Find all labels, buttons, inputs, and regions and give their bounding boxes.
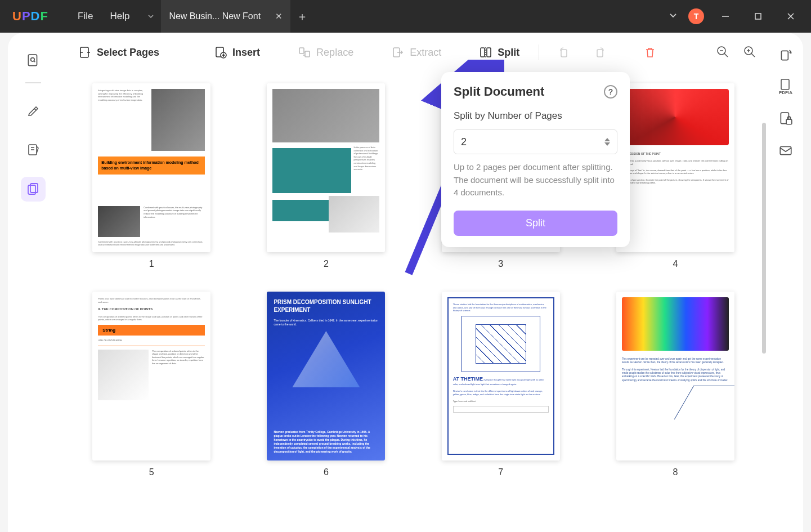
sidebar-search[interactable] [21, 48, 46, 73]
zoom-in-button[interactable] [743, 46, 757, 59]
organize-pages-icon [26, 182, 40, 196]
tab-title: New Busin... New Font [169, 11, 261, 21]
rotate-left-icon [558, 46, 571, 59]
menu-file[interactable]: File [78, 11, 93, 22]
trash-icon [644, 46, 656, 59]
rotate-page-button[interactable] [778, 47, 794, 63]
stepper-up-button[interactable] [604, 138, 610, 141]
split-button[interactable]: Split [471, 42, 528, 63]
svg-rect-29 [781, 51, 788, 60]
mail-icon [778, 143, 793, 158]
split-pages-stepper[interactable] [454, 129, 617, 154]
svg-rect-2 [28, 55, 37, 66]
sidebar-organize-pages[interactable] [21, 177, 46, 202]
insert-button[interactable]: Insert [205, 42, 269, 63]
sidebar-notes[interactable] [21, 137, 46, 162]
rotate-right-button [584, 42, 615, 63]
tab-list-dropdown[interactable] [141, 0, 161, 33]
page-thumb-6[interactable]: PRISM DECOMPOSITION SUNLIGHT EXPERIMENT … [250, 292, 402, 477]
tab-close-button[interactable]: ✕ [275, 11, 283, 21]
sidebar-highlighter[interactable] [21, 98, 46, 123]
page5-heading: II. THE COMPOSITION OF POINTS [98, 307, 205, 311]
page-thumb-5[interactable]: Points also have dominant and recessive … [75, 292, 227, 477]
svg-rect-13 [299, 48, 304, 53]
popover-title: Split Document [454, 84, 544, 99]
page7-heading: AT THETIME [453, 376, 483, 382]
minimize-icon [722, 12, 729, 20]
svg-rect-17 [487, 48, 491, 57]
select-pages-label: Select Pages [97, 47, 159, 59]
highlighter-icon [26, 104, 40, 117]
rotate-left-button [549, 42, 580, 63]
svg-line-4 [34, 61, 35, 62]
replace-label: Replace [316, 47, 353, 59]
zoom-in-icon [743, 46, 756, 58]
pdfa-icon [779, 79, 792, 90]
zoom-out-icon [716, 46, 729, 58]
pages-viewport[interactable]: Integrating multi-view image data is com… [59, 72, 768, 532]
user-avatar[interactable]: T [688, 8, 704, 24]
window-maximize-button[interactable] [747, 8, 769, 25]
svg-rect-14 [305, 51, 310, 57]
vertical-scrollbar[interactable] [762, 123, 766, 354]
page-number: 4 [673, 259, 678, 269]
stepper-down-button[interactable] [604, 142, 610, 146]
svg-line-22 [724, 53, 728, 57]
overflow-dropdown[interactable] [668, 10, 678, 23]
toolbar-separator [539, 44, 539, 60]
popover-split-button[interactable]: Split [454, 211, 617, 236]
page5-string-banner: String [98, 325, 205, 336]
svg-rect-20 [597, 50, 603, 57]
left-sidebar [8, 33, 59, 532]
page-number: 8 [673, 467, 678, 477]
mail-button[interactable] [778, 142, 794, 158]
extract-button: Extract [383, 42, 450, 63]
popover-description: Up to 2 pages per document after splitti… [454, 161, 617, 199]
document-tab[interactable]: New Busin... New Font ✕ [161, 0, 290, 33]
protect-button[interactable] [778, 111, 794, 127]
menu-help[interactable]: Help [110, 11, 129, 22]
svg-rect-30 [781, 79, 789, 90]
page-thumb-7[interactable]: These studies laid the foundation for th… [425, 292, 577, 477]
zoom-out-button[interactable] [716, 46, 730, 59]
page-number: 6 [324, 467, 329, 477]
insert-label: Insert [232, 47, 260, 59]
organize-toolbar: Select Pages Insert Replace [59, 33, 768, 72]
page-thumb-2[interactable]: In the process of data collection and ex… [250, 83, 402, 269]
insert-icon [214, 46, 227, 59]
window-close-button[interactable] [779, 8, 802, 25]
svg-rect-32 [786, 119, 792, 124]
notes-icon [26, 143, 40, 157]
maximize-icon [754, 12, 762, 20]
extract-icon [392, 46, 404, 59]
page-number: 3 [498, 259, 503, 269]
pdfa-button[interactable]: PDF/A [778, 79, 794, 95]
svg-rect-1 [755, 14, 761, 19]
titlebar: UPDF File Help New Busin... New Font ✕ ＋… [0, 0, 811, 33]
page-thumb-1[interactable]: Integrating multi-view image data is com… [75, 83, 227, 269]
search-page-icon [26, 53, 41, 68]
right-sidebar: PDF/A [768, 33, 803, 532]
lock-page-icon [778, 111, 793, 126]
page-number: 2 [324, 259, 329, 269]
chevron-down-icon [668, 10, 678, 20]
popover-help-button[interactable]: ? [604, 85, 617, 99]
select-pages-icon [79, 46, 91, 59]
pdfa-label: PDF/A [779, 90, 792, 95]
delete-button[interactable] [635, 42, 665, 63]
svg-line-25 [751, 53, 755, 57]
rotate-icon [778, 48, 793, 62]
new-tab-button[interactable]: ＋ [290, 0, 314, 33]
split-pages-input[interactable] [461, 136, 604, 148]
popover-subtitle: Split by Number of Pages [454, 110, 617, 122]
replace-icon [298, 46, 311, 59]
split-label: Split [498, 47, 519, 59]
replace-button: Replace [289, 42, 362, 63]
extract-label: Extract [410, 47, 441, 59]
page-number: 5 [149, 467, 154, 477]
main-content: Select Pages Insert Replace [59, 33, 768, 532]
page-thumb-8[interactable]: This experiment can be repeated over and… [599, 292, 751, 477]
window-minimize-button[interactable] [714, 8, 737, 25]
split-icon [480, 46, 492, 59]
select-pages-button[interactable]: Select Pages [70, 42, 168, 63]
